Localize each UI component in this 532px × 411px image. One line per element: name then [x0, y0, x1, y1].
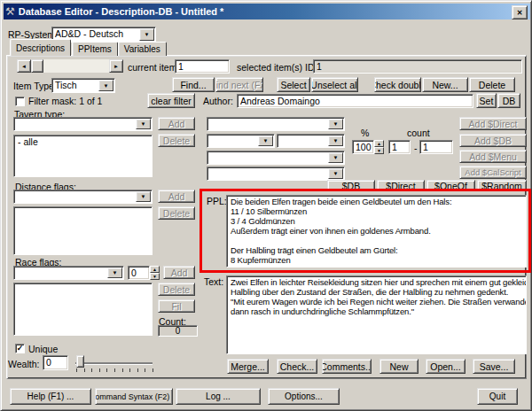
tab-variables[interactable]: Variables [118, 42, 167, 56]
scroll-thumb[interactable] [31, 59, 43, 73]
tavern-delete-button[interactable]: Delete [158, 134, 195, 147]
spin-down-icon[interactable]: ▼ [374, 147, 384, 154]
save-button[interactable]: Save... [473, 359, 515, 374]
merge-button[interactable]: Merge... [227, 359, 269, 374]
tavern-add-button[interactable]: Add [158, 117, 195, 130]
insert-oneof-button[interactable]: $OneOf [426, 180, 475, 191]
entry-select-2-value [207, 135, 257, 147]
add-calscript-button[interactable]: Add $CalScript [459, 166, 527, 179]
ppl-textarea[interactable]: Die beiden Elfen tragen beide einen Geld… [226, 195, 527, 268]
unique-label: Unique [28, 344, 58, 354]
entry-select-2[interactable]: ▼ [207, 134, 275, 148]
text-textarea[interactable]: Zwei Elfen in leichter Reisekleidung sit… [226, 275, 527, 354]
clear-filter-button[interactable]: clear filter [147, 93, 195, 108]
tavern-type-list[interactable]: - alle [13, 135, 153, 177]
new-item-button[interactable]: New... [422, 77, 468, 92]
count-separator: - [414, 143, 418, 153]
filter-mask-checkbox[interactable] [15, 97, 25, 106]
insert-direct-button[interactable]: $Direct [377, 180, 425, 191]
app-icon[interactable]: ⚒ [5, 5, 15, 18]
check-button[interactable]: Check... [277, 359, 317, 374]
selected-items-field[interactable]: 1 [313, 59, 522, 74]
wealth-input[interactable]: 0 [43, 355, 68, 370]
chevron-down-icon[interactable]: ▼ [328, 136, 343, 146]
scroll-left-button[interactable]: ◄ [17, 59, 31, 73]
insert-db-button[interactable]: $DB [327, 180, 375, 191]
chevron-down-icon[interactable]: ▼ [139, 28, 154, 41]
tab-descriptions[interactable]: Descriptions [10, 39, 71, 56]
race-flags-list[interactable] [13, 283, 153, 336]
entry-select-4[interactable]: ▼ [207, 151, 345, 165]
spin-down-icon[interactable]: ▼ [150, 273, 160, 280]
race-count-value: 0 [158, 325, 198, 337]
delete-item-button[interactable]: Delete [469, 77, 515, 92]
chevron-down-icon[interactable]: ▼ [136, 119, 151, 129]
race-delete-button[interactable]: Delete [158, 283, 195, 296]
comments-button[interactable]: Comments... [322, 359, 372, 374]
race-fil-button[interactable]: Fil [158, 299, 195, 313]
entry-select-1[interactable]: ▼ [207, 117, 345, 131]
log-button[interactable]: Log ... [176, 388, 261, 405]
add-direct-button[interactable]: Add $Direct [459, 117, 527, 130]
item-type-select[interactable]: Tisch ▼ [51, 78, 115, 93]
insert-random-button[interactable]: $Random [477, 180, 527, 191]
tavern-type-value [14, 118, 135, 130]
scroll-right-button[interactable]: ► [109, 59, 123, 73]
entry-select-4-value [207, 151, 327, 164]
add-menu-button[interactable]: Add $Menu [459, 150, 527, 163]
chevron-down-icon[interactable]: ▼ [328, 152, 343, 163]
author-db-button[interactable]: DB [497, 93, 520, 108]
spin-up-icon[interactable]: ▲ [150, 266, 160, 273]
list-item[interactable]: - alle [18, 136, 148, 147]
count-from-input[interactable]: 1 [388, 140, 411, 154]
count-to-input[interactable]: 1 [419, 140, 453, 154]
find-next-button[interactable]: Find next (F3) [215, 77, 263, 92]
chevron-down-icon[interactable]: ▼ [98, 80, 113, 91]
chevron-down-icon[interactable]: ▼ [328, 119, 343, 129]
current-item-id-input[interactable]: 1 [175, 59, 230, 74]
chevron-down-icon[interactable]: ▼ [107, 268, 122, 278]
distance-flags-value [14, 190, 135, 203]
race-flags-select[interactable]: ▼ [13, 266, 124, 280]
entry-select-5-value [207, 167, 327, 180]
unselect-all-button[interactable]: Unselect all [311, 77, 358, 92]
distance-delete-button[interactable]: Delete [158, 206, 195, 220]
entry-select-3[interactable]: ▼ [277, 134, 345, 148]
add-db-button[interactable]: Add $DB [459, 134, 527, 147]
wealth-slider-thumb[interactable] [76, 355, 84, 368]
new-db-button[interactable]: New [379, 359, 419, 374]
entry-select-5[interactable]: ▼ [207, 167, 345, 181]
race-add-button[interactable]: Add [163, 266, 195, 279]
wealth-slider-track[interactable] [75, 362, 153, 364]
race-count-input[interactable]: 0 [128, 266, 150, 280]
unique-checkbox[interactable]: ✓ [15, 344, 25, 353]
percent-input[interactable]: 100 [352, 140, 374, 154]
selected-items-label: selected item(s) ID: [237, 62, 317, 73]
percent-spinner[interactable]: ▲ ▼ [374, 140, 384, 154]
distance-flags-select[interactable]: ▼ [13, 190, 153, 204]
chevron-down-icon[interactable]: ▼ [328, 168, 343, 179]
text-label: Text: [204, 276, 223, 287]
find-button[interactable]: Find... [172, 77, 215, 92]
chevron-down-icon[interactable]: ▼ [258, 136, 273, 146]
spin-up-icon[interactable]: ▲ [374, 140, 384, 147]
close-button[interactable]: ✕ [512, 5, 528, 19]
ppl-label: PPL: [207, 196, 227, 206]
distance-flags-list[interactable] [13, 206, 153, 255]
help-button[interactable]: Help (F1) ... [10, 388, 91, 405]
check-double-button[interactable]: Check double [374, 77, 421, 92]
select-button[interactable]: Select [277, 77, 310, 92]
options-button[interactable]: Options... [268, 388, 340, 405]
author-input[interactable]: Andreas Domaingo [237, 94, 473, 108]
race-count-spinner[interactable]: ▲ ▼ [150, 266, 160, 280]
quit-button[interactable]: Quit [477, 388, 518, 405]
command-syntax-button[interactable]: Command Syntax (F2) ... [95, 388, 173, 405]
wealth-label: Wealth: [8, 359, 39, 369]
tavern-type-select[interactable]: ▼ [13, 117, 153, 131]
open-button[interactable]: Open... [426, 359, 466, 374]
distance-add-button[interactable]: Add [158, 190, 195, 203]
wealth-slider-ticks [76, 368, 153, 372]
tab-ppitems[interactable]: PPItems [72, 42, 118, 56]
set-button[interactable]: Set [476, 93, 497, 108]
chevron-down-icon[interactable]: ▼ [136, 191, 151, 202]
